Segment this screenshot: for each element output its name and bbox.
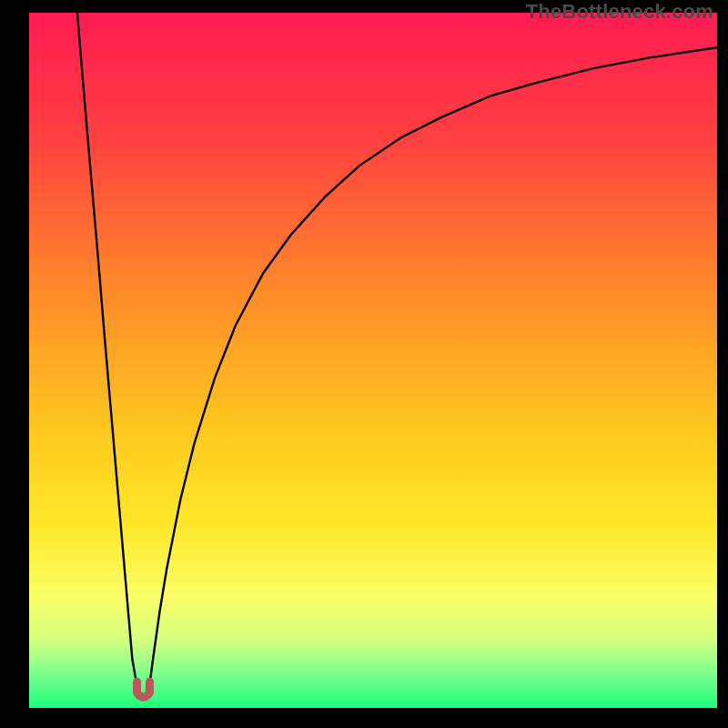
plot-area	[29, 13, 717, 708]
chart-frame: TheBottleneck.com	[0, 0, 728, 728]
plot-svg	[29, 13, 717, 708]
gradient-background	[29, 13, 717, 708]
watermark-text: TheBottleneck.com	[526, 0, 713, 24]
